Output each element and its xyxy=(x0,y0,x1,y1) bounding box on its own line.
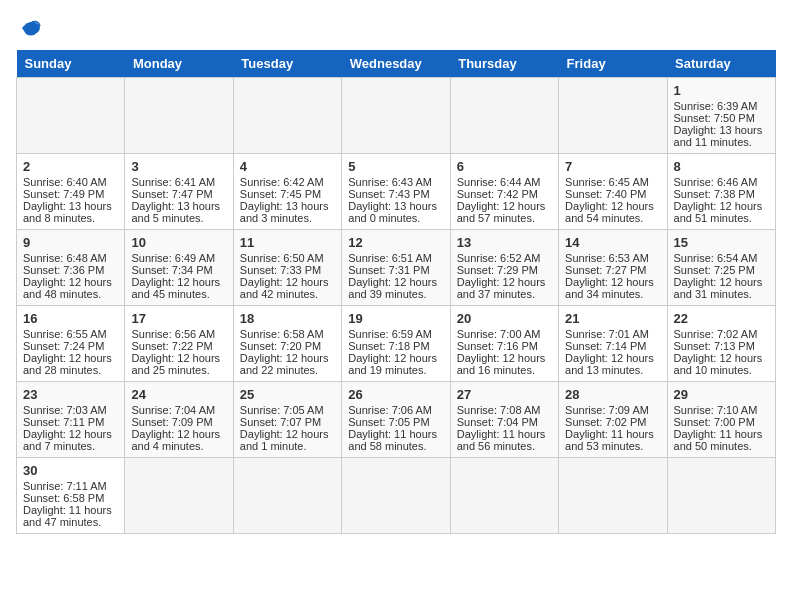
sunset-label: Sunset: 7:16 PM xyxy=(457,340,538,352)
day-number: 6 xyxy=(457,159,552,174)
daylight-label: Daylight: 12 hours and 16 minutes. xyxy=(457,352,546,376)
calendar-cell: 1 Sunrise: 6:39 AM Sunset: 7:50 PM Dayli… xyxy=(667,78,775,154)
daylight-label: Daylight: 12 hours and 1 minute. xyxy=(240,428,329,452)
calendar-week-row: 30 Sunrise: 7:11 AM Sunset: 6:58 PM Dayl… xyxy=(17,458,776,534)
daylight-label: Daylight: 11 hours and 53 minutes. xyxy=(565,428,654,452)
sunset-label: Sunset: 7:11 PM xyxy=(23,416,104,428)
calendar-week-row: 9 Sunrise: 6:48 AM Sunset: 7:36 PM Dayli… xyxy=(17,230,776,306)
calendar-cell: 12 Sunrise: 6:51 AM Sunset: 7:31 PM Dayl… xyxy=(342,230,450,306)
calendar-cell: 30 Sunrise: 7:11 AM Sunset: 6:58 PM Dayl… xyxy=(17,458,125,534)
logo xyxy=(16,16,42,40)
sunset-label: Sunset: 7:33 PM xyxy=(240,264,321,276)
day-number: 15 xyxy=(674,235,769,250)
daylight-label: Daylight: 12 hours and 25 minutes. xyxy=(131,352,220,376)
sunrise-label: Sunrise: 7:09 AM xyxy=(565,404,649,416)
sunset-label: Sunset: 7:45 PM xyxy=(240,188,321,200)
calendar-cell: 24 Sunrise: 7:04 AM Sunset: 7:09 PM Dayl… xyxy=(125,382,233,458)
calendar-cell: 13 Sunrise: 6:52 AM Sunset: 7:29 PM Dayl… xyxy=(450,230,558,306)
sunrise-label: Sunrise: 6:42 AM xyxy=(240,176,324,188)
daylight-label: Daylight: 11 hours and 58 minutes. xyxy=(348,428,437,452)
calendar-cell xyxy=(342,458,450,534)
calendar-cell xyxy=(450,78,558,154)
sunset-label: Sunset: 7:42 PM xyxy=(457,188,538,200)
daylight-label: Daylight: 12 hours and 37 minutes. xyxy=(457,276,546,300)
sunrise-label: Sunrise: 7:04 AM xyxy=(131,404,215,416)
calendar-cell: 2 Sunrise: 6:40 AM Sunset: 7:49 PM Dayli… xyxy=(17,154,125,230)
day-number: 2 xyxy=(23,159,118,174)
sunset-label: Sunset: 7:18 PM xyxy=(348,340,429,352)
sunrise-label: Sunrise: 7:02 AM xyxy=(674,328,758,340)
sunset-label: Sunset: 7:36 PM xyxy=(23,264,104,276)
day-number: 17 xyxy=(131,311,226,326)
calendar-cell: 14 Sunrise: 6:53 AM Sunset: 7:27 PM Dayl… xyxy=(559,230,667,306)
calendar-cell: 18 Sunrise: 6:58 AM Sunset: 7:20 PM Dayl… xyxy=(233,306,341,382)
daylight-label: Daylight: 11 hours and 50 minutes. xyxy=(674,428,763,452)
day-number: 20 xyxy=(457,311,552,326)
day-of-week-header: Thursday xyxy=(450,50,558,78)
daylight-label: Daylight: 12 hours and 39 minutes. xyxy=(348,276,437,300)
day-number: 11 xyxy=(240,235,335,250)
daylight-label: Daylight: 13 hours and 5 minutes. xyxy=(131,200,220,224)
sunset-label: Sunset: 7:09 PM xyxy=(131,416,212,428)
calendar-cell: 28 Sunrise: 7:09 AM Sunset: 7:02 PM Dayl… xyxy=(559,382,667,458)
day-number: 9 xyxy=(23,235,118,250)
sunset-label: Sunset: 7:27 PM xyxy=(565,264,646,276)
calendar-cell xyxy=(667,458,775,534)
calendar-cell: 15 Sunrise: 6:54 AM Sunset: 7:25 PM Dayl… xyxy=(667,230,775,306)
sunrise-label: Sunrise: 6:53 AM xyxy=(565,252,649,264)
sunrise-label: Sunrise: 6:46 AM xyxy=(674,176,758,188)
day-number: 27 xyxy=(457,387,552,402)
calendar-cell: 8 Sunrise: 6:46 AM Sunset: 7:38 PM Dayli… xyxy=(667,154,775,230)
sunset-label: Sunset: 7:25 PM xyxy=(674,264,755,276)
daylight-label: Daylight: 13 hours and 11 minutes. xyxy=(674,124,763,148)
calendar-cell: 4 Sunrise: 6:42 AM Sunset: 7:45 PM Dayli… xyxy=(233,154,341,230)
daylight-label: Daylight: 12 hours and 57 minutes. xyxy=(457,200,546,224)
sunrise-label: Sunrise: 6:41 AM xyxy=(131,176,215,188)
sunset-label: Sunset: 7:20 PM xyxy=(240,340,321,352)
day-of-week-header: Wednesday xyxy=(342,50,450,78)
sunrise-label: Sunrise: 7:00 AM xyxy=(457,328,541,340)
calendar-cell: 7 Sunrise: 6:45 AM Sunset: 7:40 PM Dayli… xyxy=(559,154,667,230)
calendar-cell: 21 Sunrise: 7:01 AM Sunset: 7:14 PM Dayl… xyxy=(559,306,667,382)
day-number: 3 xyxy=(131,159,226,174)
sunrise-label: Sunrise: 7:06 AM xyxy=(348,404,432,416)
calendar-week-row: 23 Sunrise: 7:03 AM Sunset: 7:11 PM Dayl… xyxy=(17,382,776,458)
calendar-cell: 6 Sunrise: 6:44 AM Sunset: 7:42 PM Dayli… xyxy=(450,154,558,230)
calendar-cell xyxy=(17,78,125,154)
calendar-cell xyxy=(233,78,341,154)
calendar-cell xyxy=(125,78,233,154)
calendar-cell: 27 Sunrise: 7:08 AM Sunset: 7:04 PM Dayl… xyxy=(450,382,558,458)
calendar-cell: 10 Sunrise: 6:49 AM Sunset: 7:34 PM Dayl… xyxy=(125,230,233,306)
calendar-week-row: 2 Sunrise: 6:40 AM Sunset: 7:49 PM Dayli… xyxy=(17,154,776,230)
daylight-label: Daylight: 12 hours and 19 minutes. xyxy=(348,352,437,376)
sunrise-label: Sunrise: 7:01 AM xyxy=(565,328,649,340)
day-number: 4 xyxy=(240,159,335,174)
calendar-cell xyxy=(559,78,667,154)
day-number: 29 xyxy=(674,387,769,402)
daylight-label: Daylight: 12 hours and 7 minutes. xyxy=(23,428,112,452)
day-of-week-header: Tuesday xyxy=(233,50,341,78)
calendar-cell: 20 Sunrise: 7:00 AM Sunset: 7:16 PM Dayl… xyxy=(450,306,558,382)
sunrise-label: Sunrise: 6:50 AM xyxy=(240,252,324,264)
day-number: 22 xyxy=(674,311,769,326)
day-of-week-header: Saturday xyxy=(667,50,775,78)
calendar-cell: 26 Sunrise: 7:06 AM Sunset: 7:05 PM Dayl… xyxy=(342,382,450,458)
calendar-cell: 29 Sunrise: 7:10 AM Sunset: 7:00 PM Dayl… xyxy=(667,382,775,458)
daylight-label: Daylight: 12 hours and 45 minutes. xyxy=(131,276,220,300)
daylight-label: Daylight: 12 hours and 42 minutes. xyxy=(240,276,329,300)
sunset-label: Sunset: 7:29 PM xyxy=(457,264,538,276)
day-number: 28 xyxy=(565,387,660,402)
calendar-cell: 3 Sunrise: 6:41 AM Sunset: 7:47 PM Dayli… xyxy=(125,154,233,230)
calendar-cell: 19 Sunrise: 6:59 AM Sunset: 7:18 PM Dayl… xyxy=(342,306,450,382)
daylight-label: Daylight: 13 hours and 8 minutes. xyxy=(23,200,112,224)
day-number: 24 xyxy=(131,387,226,402)
sunset-label: Sunset: 7:05 PM xyxy=(348,416,429,428)
calendar-cell xyxy=(559,458,667,534)
daylight-label: Daylight: 12 hours and 51 minutes. xyxy=(674,200,763,224)
sunrise-label: Sunrise: 7:03 AM xyxy=(23,404,107,416)
sunrise-label: Sunrise: 6:39 AM xyxy=(674,100,758,112)
day-number: 30 xyxy=(23,463,118,478)
day-number: 18 xyxy=(240,311,335,326)
sunrise-label: Sunrise: 6:56 AM xyxy=(131,328,215,340)
sunset-label: Sunset: 7:34 PM xyxy=(131,264,212,276)
